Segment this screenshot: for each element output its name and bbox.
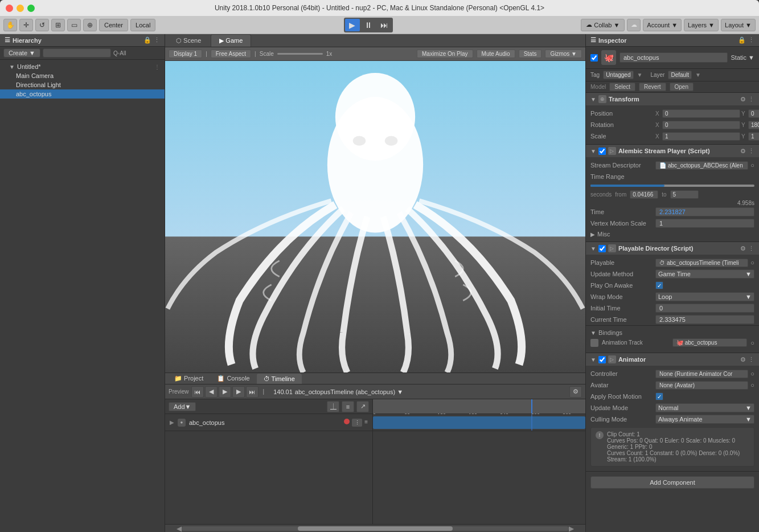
track-lock-icon[interactable]: ≡: [364, 419, 368, 427]
playable-settings-icon[interactable]: ⚙: [740, 245, 746, 252]
active-checkbox[interactable]: [590, 54, 598, 62]
create-button[interactable]: Create ▼: [3, 48, 40, 58]
playhead[interactable]: [531, 399, 532, 414]
rotation-y[interactable]: [748, 121, 759, 129]
add-component-button[interactable]: Add Component: [590, 476, 754, 489]
playable-value-field[interactable]: ⏱ abc_octopusTimeline (Timeli: [655, 259, 748, 267]
next-frame-btn[interactable]: ▶: [232, 386, 245, 398]
time-range-slider[interactable]: [590, 185, 754, 187]
rotation-x[interactable]: [662, 121, 740, 129]
wrap-mode-dropdown[interactable]: Loop ▼: [655, 292, 754, 301]
end-btn[interactable]: ⏭: [246, 386, 259, 398]
playable-link[interactable]: ○: [750, 259, 754, 266]
scrollbar-track[interactable]: [182, 526, 569, 531]
display-selector[interactable]: Display 1: [169, 50, 202, 58]
layers-button[interactable]: Layers ▼: [684, 19, 719, 31]
move-tool-button[interactable]: ✛: [19, 19, 33, 31]
timeline-ruler[interactable]: 0 60 120 180 240 300 360 420 480 540: [373, 399, 585, 414]
play-button[interactable]: ▶: [345, 19, 360, 31]
alembic-header[interactable]: ▼ ▷ Alembic Stream Player (Script) ⚙ ⋮: [586, 145, 759, 157]
alembic-settings-icon[interactable]: ⚙: [740, 148, 746, 155]
layer-selector[interactable]: Default: [668, 71, 692, 79]
scale-x[interactable]: [662, 132, 740, 141]
animator-header[interactable]: ▼ ▷ Animator ⚙ ⋮: [586, 353, 759, 366]
scrollbar-thumb[interactable]: [298, 526, 453, 531]
controller-link[interactable]: ○: [750, 370, 754, 377]
tab-timeline[interactable]: ⏱ Timeline: [257, 374, 302, 384]
transform-menu-icon[interactable]: ⋮: [748, 96, 754, 103]
update-mode-dropdown[interactable]: Normal ▼: [655, 403, 754, 412]
hierarchy-item-abcoctopus[interactable]: abc_octopus: [0, 89, 165, 99]
animator-settings-icon[interactable]: ⚙: [740, 356, 746, 363]
local-button[interactable]: Local: [130, 19, 155, 31]
vertex-motion-input[interactable]: [655, 219, 754, 228]
timeline-play-btn[interactable]: ▶: [219, 386, 231, 398]
scale-tool-button[interactable]: ⊞: [51, 19, 65, 31]
misc-foldout[interactable]: ▶ Misc: [586, 229, 759, 239]
avatar-field[interactable]: None (Avatar): [655, 381, 748, 390]
bindings-header[interactable]: ▼ Bindings: [590, 328, 754, 337]
controller-field[interactable]: None (Runtime Animator Cor: [655, 370, 748, 378]
transform-settings-icon[interactable]: ⚙: [740, 96, 746, 103]
from-value-input[interactable]: [630, 190, 658, 199]
animation-clip[interactable]: [373, 416, 585, 429]
scale-y[interactable]: [748, 132, 759, 141]
transform-header[interactable]: ▼ ⊕ Transform ⚙ ⋮: [586, 93, 759, 105]
track-menu-btn[interactable]: ⋮: [352, 419, 362, 427]
alembic-enabled-checkbox[interactable]: [598, 148, 606, 155]
timeline-settings-btn[interactable]: ⚙: [569, 386, 582, 398]
revert-button[interactable]: Revert: [639, 83, 666, 91]
anim-track-link[interactable]: ○: [750, 339, 754, 346]
extra-btn[interactable]: ↗: [356, 401, 369, 412]
hand-tool-button[interactable]: ✋: [3, 19, 17, 31]
playable-menu-icon[interactable]: ⋮: [748, 245, 754, 252]
culling-mode-dropdown[interactable]: Always Animate ▼: [655, 415, 754, 424]
playable-director-header[interactable]: ▼ ▷ Playable Director (Script) ⚙ ⋮: [586, 242, 759, 255]
playable-enabled-checkbox[interactable]: [598, 245, 606, 252]
alembic-menu-icon[interactable]: ⋮: [748, 148, 754, 155]
account-button[interactable]: Account ▼: [643, 19, 682, 31]
time-input[interactable]: [655, 207, 754, 216]
stream-descriptor-link[interactable]: ○: [750, 162, 754, 169]
minimize-button[interactable]: [17, 5, 24, 12]
record-button[interactable]: [344, 419, 350, 424]
initial-time-input[interactable]: [655, 304, 754, 313]
hierarchy-item-directionallight[interactable]: Directional Light: [0, 80, 165, 89]
window-controls[interactable]: [6, 5, 35, 12]
avatar-link[interactable]: ○: [750, 382, 754, 388]
stats-btn[interactable]: Stats: [519, 50, 542, 58]
scale-slider[interactable]: [277, 53, 323, 55]
rect-tool-button[interactable]: ▭: [67, 19, 81, 31]
select-button[interactable]: Select: [609, 83, 635, 91]
horizontal-scrollbar[interactable]: ◀ ▶: [165, 524, 585, 532]
start-btn[interactable]: ⏮: [191, 386, 204, 398]
aspect-selector[interactable]: Free Aspect: [211, 50, 251, 58]
object-name-input[interactable]: [619, 52, 728, 63]
current-time-input[interactable]: [655, 315, 754, 324]
mute-btn[interactable]: Mute Audio: [477, 50, 515, 58]
inspector-menu-icon[interactable]: ⋮: [748, 36, 754, 44]
hierarchy-item-menu[interactable]: ⋮: [154, 64, 160, 70]
prev-frame-btn[interactable]: ◀: [205, 386, 218, 398]
hierarchy-menu-icon[interactable]: ⋮: [154, 36, 160, 44]
tab-project[interactable]: 📁 Project: [167, 373, 210, 384]
stream-descriptor-field[interactable]: 📄 abc_octopus_ABCDesc (Alen: [655, 161, 748, 170]
hierarchy-item-untitled[interactable]: ▼ Untitled* ⋮: [0, 62, 165, 71]
inspector-lock-icon[interactable]: 🔒: [738, 36, 746, 44]
position-y[interactable]: [748, 109, 759, 118]
play-on-awake-checkbox[interactable]: ✓: [655, 281, 663, 289]
tab-scene[interactable]: ⬡ Scene: [167, 34, 210, 47]
layout-button[interactable]: Layout ▼: [721, 19, 756, 31]
gizmos-btn[interactable]: Gizmos ▼: [545, 50, 582, 58]
step-button[interactable]: ⏭: [377, 19, 392, 31]
update-method-dropdown[interactable]: Game Time ▼: [655, 269, 754, 279]
tab-game[interactable]: ▶ Game: [211, 34, 251, 47]
animator-menu-icon[interactable]: ⋮: [748, 356, 754, 363]
transform-tool-button[interactable]: ⊕: [83, 19, 97, 31]
scroll-left-btn[interactable]: ◀: [177, 525, 182, 533]
cloud-button[interactable]: ☁: [627, 19, 641, 31]
maximize-btn[interactable]: Maximize On Play: [417, 50, 473, 58]
add-track-button[interactable]: Add▼: [169, 402, 196, 411]
position-x[interactable]: [662, 109, 740, 118]
rotate-tool-button[interactable]: ↺: [35, 19, 49, 31]
